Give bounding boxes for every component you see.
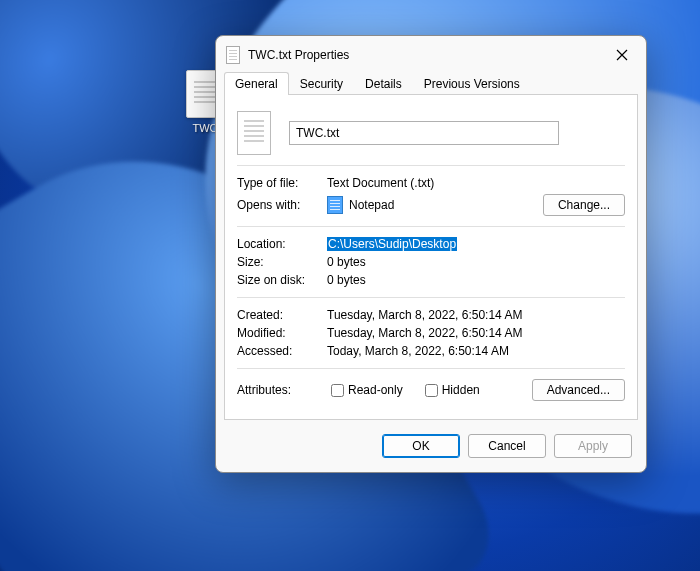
readonly-checkbox-label[interactable]: Read-only (327, 381, 403, 400)
attributes-label: Attributes: (237, 383, 327, 397)
opens-with-label: Opens with: (237, 198, 327, 212)
hidden-checkbox[interactable] (425, 384, 438, 397)
dialog-footer: OK Cancel Apply (216, 428, 646, 472)
created-label: Created: (237, 308, 327, 322)
size-label: Size: (237, 255, 327, 269)
close-icon (616, 49, 628, 61)
tab-details[interactable]: Details (354, 72, 413, 95)
type-of-file-label: Type of file: (237, 176, 327, 190)
accessed-value: Today, March 8, 2022, 6:50:14 AM (327, 344, 625, 358)
created-value: Tuesday, March 8, 2022, 6:50:14 AM (327, 308, 625, 322)
type-of-file-value: Text Document (.txt) (327, 176, 625, 190)
file-type-icon (237, 111, 271, 155)
notepad-icon (327, 196, 343, 214)
opens-with-value: Notepad (349, 198, 394, 212)
tab-strip: General Security Details Previous Versio… (216, 72, 646, 95)
properties-dialog: TWC.txt Properties General Security Deta… (215, 35, 647, 473)
readonly-text: Read-only (348, 383, 403, 397)
size-value: 0 bytes (327, 255, 625, 269)
general-panel: Type of file: Text Document (.txt) Opens… (224, 95, 638, 420)
location-label: Location: (237, 237, 327, 251)
tab-previous-versions[interactable]: Previous Versions (413, 72, 531, 95)
apply-button[interactable]: Apply (554, 434, 632, 458)
location-value[interactable]: C:\Users\Sudip\Desktop (327, 237, 457, 251)
tab-security[interactable]: Security (289, 72, 354, 95)
filename-input[interactable] (289, 121, 559, 145)
hidden-checkbox-label[interactable]: Hidden (421, 381, 480, 400)
modified-label: Modified: (237, 326, 327, 340)
tab-general[interactable]: General (224, 72, 289, 95)
titlebar[interactable]: TWC.txt Properties (216, 36, 646, 72)
change-button[interactable]: Change... (543, 194, 625, 216)
accessed-label: Accessed: (237, 344, 327, 358)
ok-button[interactable]: OK (382, 434, 460, 458)
dialog-title: TWC.txt Properties (248, 48, 608, 62)
advanced-button[interactable]: Advanced... (532, 379, 625, 401)
readonly-checkbox[interactable] (331, 384, 344, 397)
close-button[interactable] (608, 44, 636, 66)
titlebar-file-icon (226, 46, 240, 64)
cancel-button[interactable]: Cancel (468, 434, 546, 458)
modified-value: Tuesday, March 8, 2022, 6:50:14 AM (327, 326, 625, 340)
size-on-disk-label: Size on disk: (237, 273, 327, 287)
hidden-text: Hidden (442, 383, 480, 397)
size-on-disk-value: 0 bytes (327, 273, 625, 287)
